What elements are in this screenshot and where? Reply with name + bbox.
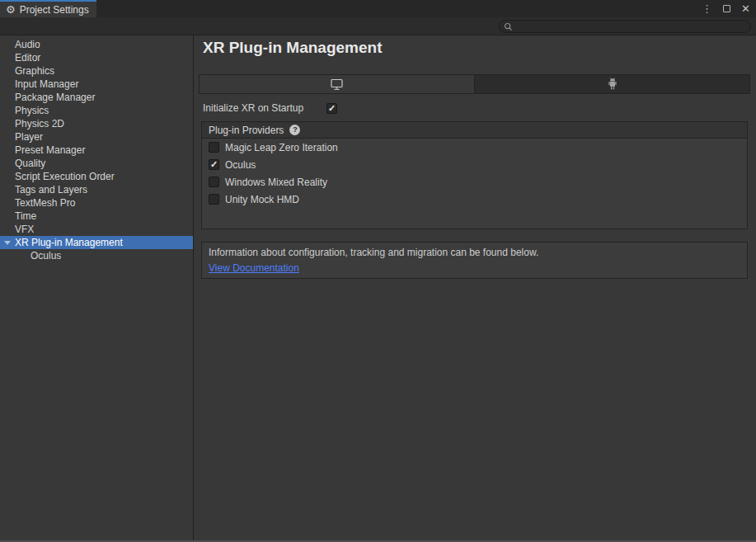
search-field[interactable] (499, 20, 751, 33)
view-documentation-link[interactable]: View Documentation (209, 262, 299, 274)
title-bar: ⚙ Project Settings ⋮ ✕ (0, 0, 756, 17)
close-icon[interactable]: ✕ (741, 2, 750, 15)
foldout-expanded-icon[interactable] (4, 241, 11, 245)
windows-mixed-reality-checkbox[interactable] (209, 177, 219, 187)
oculus-checkbox[interactable] (209, 159, 219, 170)
info-box: Information about configuration, trackin… (201, 242, 748, 279)
provider-label: Oculus (225, 159, 256, 171)
gear-icon: ⚙ (6, 4, 16, 15)
initialize-xr-checkbox[interactable] (326, 103, 337, 114)
unity-mock-hmd-checkbox[interactable] (209, 194, 219, 205)
sidebar-item-textmesh-pro[interactable]: TextMesh Pro (0, 196, 193, 210)
info-text: Information about configuration, trackin… (209, 247, 740, 259)
provider-label: Magic Leap Zero Iteration (225, 142, 338, 153)
sidebar-item-editor[interactable]: Editor (0, 51, 193, 64)
help-icon[interactable]: ? (289, 125, 300, 135)
initialize-xr-row: Initialize XR on Startup (203, 101, 337, 115)
provider-label: Windows Mixed Reality (225, 177, 327, 188)
sidebar-item-physics[interactable]: Physics (0, 104, 193, 117)
provider-row-windows-mixed-reality: Windows Mixed Reality (202, 173, 747, 191)
initialize-xr-label: Initialize XR on Startup (203, 102, 326, 114)
plugin-providers-header: Plug-in Providers ? (202, 122, 747, 139)
platform-tab-bar (199, 74, 750, 94)
maximize-icon[interactable] (723, 5, 730, 12)
provider-row-oculus: Oculus (202, 156, 747, 173)
desktop-monitor-icon (330, 78, 344, 91)
search-icon (504, 22, 513, 31)
project-settings-window: { "window": { "tab_title": "Project Sett… (0, 0, 756, 542)
tab-android-platform[interactable] (474, 75, 749, 93)
tab-desktop-platform[interactable] (200, 75, 474, 93)
provider-row-magic-leap: Magic Leap Zero Iteration (202, 139, 747, 156)
window-controls: ⋮ ✕ (702, 0, 750, 17)
provider-row-unity-mock-hmd: Unity Mock HMD (202, 191, 747, 208)
sidebar-item-oculus[interactable]: Oculus (0, 249, 193, 262)
sidebar-item-physics-2d[interactable]: Physics 2D (0, 117, 193, 130)
sidebar-item-tags-and-layers[interactable]: Tags and Layers (0, 183, 193, 196)
window-menu-icon[interactable]: ⋮ (702, 2, 712, 15)
sidebar-item-time[interactable]: Time (0, 210, 193, 223)
plugin-providers-box: Plug-in Providers ? Magic Leap Zero Iter… (201, 121, 748, 229)
magic-leap-checkbox[interactable] (209, 142, 219, 153)
sidebar-item-package-manager[interactable]: Package Manager (0, 91, 193, 104)
sidebar-item-vfx[interactable]: VFX (0, 223, 193, 236)
sidebar-item-audio[interactable]: Audio (0, 38, 193, 51)
sidebar-item-quality[interactable]: Quality (0, 157, 193, 170)
sidebar-item-xr-plugin-management[interactable]: XR Plug-in Management (0, 236, 193, 249)
xr-management-panel: XR Plug-in Management (195, 35, 756, 540)
settings-sidebar: Audio Editor Graphics Input Manager Pack… (0, 35, 194, 540)
toolbar (0, 17, 756, 35)
android-icon (607, 78, 618, 91)
sidebar-item-graphics[interactable]: Graphics (0, 64, 193, 78)
sidebar-item-script-execution-order[interactable]: Script Execution Order (0, 170, 193, 183)
window-tab-title: Project Settings (20, 4, 89, 16)
page-title: XR Plug-in Management (203, 39, 382, 57)
search-input[interactable] (515, 21, 738, 31)
sidebar-item-preset-manager[interactable]: Preset Manager (0, 144, 193, 157)
sidebar-item-label: XR Plug-in Management (15, 237, 123, 248)
provider-label: Unity Mock HMD (225, 194, 299, 205)
sidebar-item-player[interactable]: Player (0, 130, 193, 144)
plugin-providers-title: Plug-in Providers (209, 122, 284, 139)
sidebar-item-input-manager[interactable]: Input Manager (0, 78, 193, 91)
project-settings-tab[interactable]: ⚙ Project Settings (0, 0, 96, 17)
